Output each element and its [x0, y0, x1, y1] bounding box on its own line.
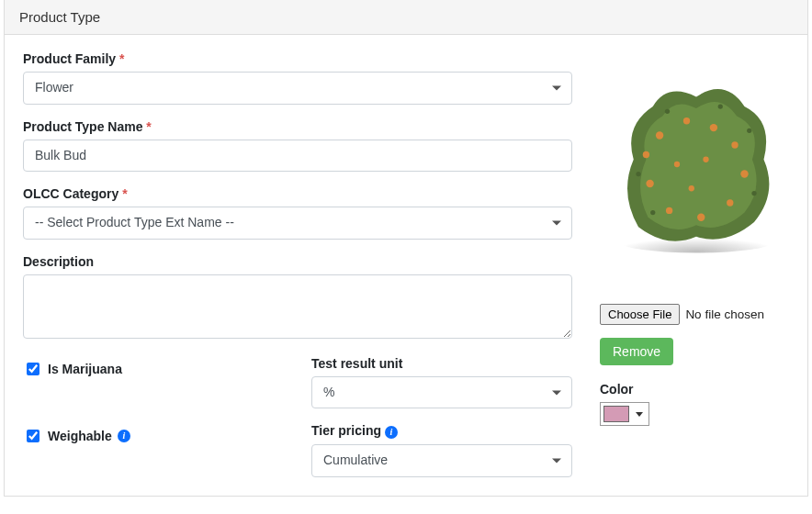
olcc-category-select-wrap: -- Select Product Type Ext Name --	[23, 207, 572, 240]
weighable-check[interactable]: Weighable i	[23, 427, 284, 445]
description-group: Description	[23, 254, 572, 341]
description-textarea[interactable]	[23, 274, 572, 339]
svg-point-18	[650, 210, 655, 215]
product-family-group: Product Family * Flower	[23, 51, 572, 105]
product-type-name-label: Product Type Name *	[23, 119, 572, 134]
color-swatch	[603, 406, 629, 422]
color-label: Color	[600, 382, 793, 397]
test-result-unit-select-wrap: %	[311, 376, 572, 409]
olcc-category-select[interactable]: -- Select Product Type Ext Name --	[23, 207, 572, 240]
svg-point-12	[703, 157, 708, 162]
product-type-name-label-text: Product Type Name	[23, 119, 142, 134]
file-status-text: No file chosen	[685, 307, 764, 321]
svg-point-5	[740, 170, 748, 177]
svg-point-3	[710, 124, 717, 131]
row-weighable-tier: Weighable i Tier pricing i Cumulative	[23, 423, 572, 477]
svg-point-11	[674, 162, 680, 167]
panel-title: Product Type	[5, 0, 807, 35]
tier-pricing-label: Tier pricing i	[311, 423, 572, 439]
olcc-category-label-text: OLCC Category	[23, 186, 118, 201]
svg-point-7	[697, 214, 705, 221]
color-picker[interactable]	[600, 402, 649, 426]
svg-point-16	[747, 128, 751, 133]
product-family-label: Product Family *	[23, 51, 572, 66]
product-type-name-input[interactable]	[23, 140, 572, 173]
file-input-row: Choose File No file chosen	[600, 304, 793, 325]
required-asterisk: *	[119, 51, 124, 66]
svg-point-19	[636, 172, 640, 176]
right-column: Choose File No file chosen Remove Color	[600, 51, 793, 477]
info-icon[interactable]: i	[118, 430, 130, 442]
tier-pricing-select-wrap: Cumulative	[311, 444, 572, 477]
test-result-unit-label: Test result unit	[311, 356, 572, 371]
olcc-category-label: OLCC Category *	[23, 186, 572, 201]
tier-pricing-select[interactable]: Cumulative	[311, 444, 572, 477]
svg-point-2	[683, 117, 690, 124]
svg-point-14	[665, 109, 670, 114]
svg-point-1	[656, 131, 663, 139]
product-family-select[interactable]: Flower	[23, 72, 572, 105]
tier-pricing-col: Tier pricing i Cumulative	[311, 423, 572, 477]
svg-point-10	[643, 151, 649, 158]
product-type-name-group: Product Type Name *	[23, 119, 572, 173]
svg-point-15	[718, 104, 723, 108]
is-marijuana-check[interactable]: Is Marijuana	[23, 360, 284, 378]
info-icon[interactable]: i	[385, 426, 398, 439]
weighable-checkbox[interactable]	[27, 430, 39, 442]
svg-point-8	[666, 207, 672, 214]
panel-body: Product Family * Flower Product Type Nam…	[5, 35, 807, 496]
weighable-col: Weighable i	[23, 423, 284, 477]
product-family-label-text: Product Family	[23, 51, 116, 66]
row-marijuana-testunit: Is Marijuana Test result unit %	[23, 356, 572, 409]
svg-point-4	[731, 141, 738, 148]
test-result-unit-select[interactable]: %	[311, 376, 572, 409]
olcc-category-group: OLCC Category * -- Select Product Type E…	[23, 186, 572, 240]
product-image	[600, 68, 793, 261]
description-label: Description	[23, 254, 572, 269]
svg-point-9	[646, 180, 653, 187]
test-result-unit-col: Test result unit %	[311, 356, 572, 409]
is-marijuana-label: Is Marijuana	[48, 362, 122, 376]
tier-pricing-label-text: Tier pricing	[311, 423, 381, 438]
product-family-select-wrap: Flower	[23, 72, 572, 105]
required-asterisk: *	[122, 186, 127, 201]
weighable-label: Weighable	[48, 429, 112, 443]
svg-point-13	[689, 185, 694, 191]
svg-point-17	[751, 191, 756, 196]
form-left-column: Product Family * Flower Product Type Nam…	[23, 51, 572, 477]
required-asterisk: *	[146, 119, 151, 134]
choose-file-button[interactable]: Choose File	[600, 304, 680, 325]
svg-point-6	[727, 199, 733, 206]
product-type-panel: Product Type Product Family * Flower Pro…	[4, 0, 808, 497]
remove-button[interactable]: Remove	[600, 338, 673, 365]
is-marijuana-col: Is Marijuana	[23, 356, 284, 409]
is-marijuana-checkbox[interactable]	[27, 363, 39, 375]
chevron-down-icon	[636, 412, 643, 417]
